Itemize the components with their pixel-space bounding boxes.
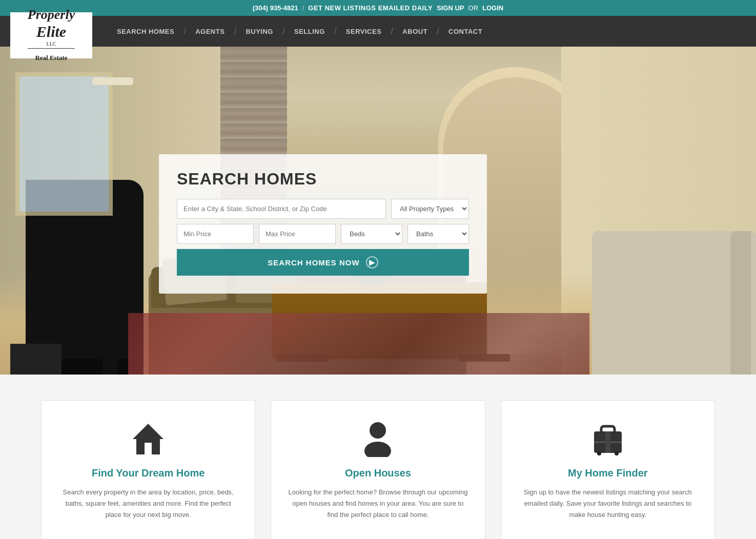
svg-point-8: [597, 451, 601, 455]
nav-buying[interactable]: BUYING: [236, 28, 282, 35]
search-box: SEARCH HOMES All Property Types Single F…: [159, 154, 487, 294]
home-finder-desc: Sign up to have the newest listings matc…: [517, 487, 699, 521]
logo[interactable]: Properly Elite LLC Real Estate: [10, 12, 92, 58]
nav-search-homes[interactable]: SEARCH HOMES: [108, 28, 183, 35]
phone-number: (304) 935-4821: [253, 4, 298, 12]
signup-link[interactable]: SIGN UP: [437, 4, 464, 12]
baths-select[interactable]: Baths 1+ 2+ 3+ 4+: [407, 224, 469, 244]
nav-services[interactable]: SERVICES: [337, 28, 391, 35]
search-title: SEARCH HOMES: [177, 170, 469, 189]
location-input[interactable]: [177, 199, 386, 219]
person-icon: [362, 421, 393, 457]
open-houses-title: Open Houses: [287, 467, 469, 479]
search-button[interactable]: SEARCH HOMES NOW ▶: [177, 249, 469, 276]
beds-select[interactable]: Beds 1+ 2+ 3+ 4+ 5+: [341, 224, 402, 244]
hero-section: SEARCH HOMES All Property Types Single F…: [0, 47, 756, 375]
max-price-input[interactable]: [259, 224, 336, 244]
svg-point-2: [370, 422, 386, 439]
feature-card-dream-home: Find Your Dream Home Search every proper…: [41, 400, 255, 539]
dream-home-title: Find Your Dream Home: [57, 467, 239, 479]
or-text: OR: [468, 4, 479, 12]
min-price-input[interactable]: [177, 224, 254, 244]
top-bar: (304) 935-4821 / GET NEW LISTINGS EMAILE…: [0, 0, 756, 16]
svg-point-9: [615, 451, 619, 455]
logo-text: Properly Elite LLC Real Estate: [28, 7, 75, 64]
house-icon: [130, 421, 166, 457]
feature-card-home-finder: My Home Finder Sign up to have the newes…: [501, 400, 715, 539]
svg-rect-1: [145, 443, 152, 454]
logo-re: Real Estate: [35, 54, 67, 61]
dream-home-desc: Search every property in the area by loc…: [57, 487, 239, 521]
search-button-label: SEARCH HOMES NOW: [268, 258, 359, 267]
svg-point-3: [364, 442, 391, 457]
login-link[interactable]: LOGIN: [482, 4, 503, 12]
search-button-icon: ▶: [366, 256, 378, 268]
nav-bar: Properly Elite LLC Real Estate SEARCH HO…: [0, 16, 756, 47]
open-houses-desc: Looking for the perfect home? Browse thr…: [287, 487, 469, 521]
main-nav: SEARCH HOMES / AGENTS / BUYING / SELLING…: [108, 26, 492, 37]
luggage-icon: [590, 421, 626, 457]
features-section: Find Your Dream Home Search every proper…: [0, 375, 756, 539]
property-type-select[interactable]: All Property Types Single Family Condo T…: [391, 199, 469, 219]
feature-card-open-houses: Open Houses Looking for the perfect home…: [271, 400, 485, 539]
search-row-2: Beds 1+ 2+ 3+ 4+ 5+ Baths 1+ 2+ 3+ 4+: [177, 224, 469, 244]
home-finder-title: My Home Finder: [517, 467, 699, 479]
nav-agents[interactable]: AGENTS: [186, 28, 234, 35]
nav-contact[interactable]: CONTACT: [439, 28, 492, 35]
divider: /: [302, 4, 304, 12]
cta-text: GET NEW LISTINGS EMAILED DAILY: [308, 4, 433, 12]
svg-rect-7: [605, 431, 610, 453]
logo-llc: LLC: [28, 41, 75, 47]
search-row-1: All Property Types Single Family Condo T…: [177, 199, 469, 219]
nav-about[interactable]: ABOUT: [393, 28, 437, 35]
nav-selling[interactable]: SELLING: [285, 28, 334, 35]
